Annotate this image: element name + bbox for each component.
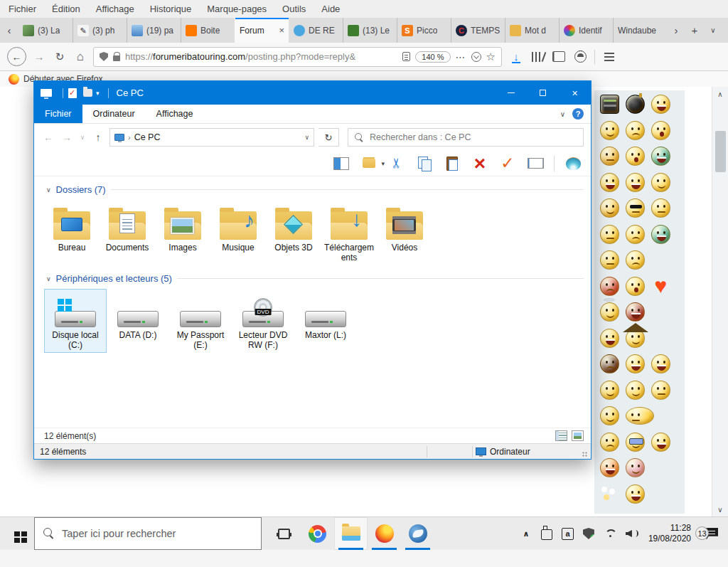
expand-ribbon-chevron-icon[interactable]: ∨: [560, 110, 565, 118]
smiley-bright-idea[interactable]: [626, 147, 645, 166]
thumbnails-view-icon[interactable]: [572, 430, 584, 441]
smiley-green-grin[interactable]: [651, 147, 670, 166]
smiley-pink-blush[interactable]: [626, 458, 645, 477]
drive-maxtor-l[interactable]: Maxtor (L:): [294, 289, 357, 344]
tab-mot-d[interactable]: Mot d: [505, 18, 559, 43]
tab-de-re[interactable]: DE RE: [289, 18, 343, 43]
paste-icon[interactable]: [443, 154, 461, 173]
smiley-heart-eyes[interactable]: [600, 458, 619, 477]
refresh-icon[interactable]: ↻: [318, 128, 339, 147]
scroll-down-icon[interactable]: ∨: [712, 502, 728, 516]
smiley-crazy-laugh[interactable]: [626, 173, 645, 192]
copy-icon[interactable]: [415, 154, 434, 173]
https-lock-icon[interactable]: [113, 55, 120, 61]
smiley-big-laugh[interactable]: [651, 95, 670, 114]
tab-3-la[interactable]: (3) La: [18, 18, 73, 43]
smiley-loud-crying[interactable]: [651, 225, 670, 244]
smiley-content[interactable]: [651, 173, 670, 192]
smiley-wide-eyed-grin[interactable]: [626, 354, 645, 373]
scroll-up-icon[interactable]: ∧: [712, 87, 728, 101]
library-icon[interactable]: [528, 48, 547, 66]
tab-picco[interactable]: SPicco: [397, 18, 451, 43]
tab-19-pa[interactable]: (19) pa: [127, 18, 181, 43]
rename-icon[interactable]: [526, 154, 545, 173]
ribbon-tab-affichage[interactable]: Affichage: [146, 105, 204, 123]
nav-forward-icon[interactable]: →: [60, 132, 74, 143]
smiley-shy-blush[interactable]: [600, 381, 619, 400]
drive-my-passport-e[interactable]: My Passport (E:): [169, 289, 232, 353]
tab-scroll-right-icon[interactable]: ›: [667, 18, 685, 43]
smiley-shy-grin[interactable]: [600, 329, 619, 348]
folder-bureau[interactable]: Bureau: [44, 200, 100, 256]
smiley-surprised[interactable]: [651, 121, 670, 140]
smiley-blushing[interactable]: [600, 198, 619, 218]
wifi-icon[interactable]: [604, 529, 616, 539]
security-shield-icon[interactable]: [583, 528, 594, 539]
app-menu-icon[interactable]: [600, 48, 619, 66]
smiley-flowers[interactable]: [600, 484, 619, 504]
menu-affichage[interactable]: Affichage: [96, 4, 134, 14]
validate-icon[interactable]: [498, 154, 517, 173]
action-center-button[interactable]: 13: [694, 517, 728, 550]
folder-documents[interactable]: Documents: [100, 200, 155, 256]
taskbar-clock[interactable]: 11:28 19/08/2020: [646, 523, 694, 544]
qat-properties-icon[interactable]: [68, 88, 77, 98]
smiley-worried[interactable]: [626, 225, 645, 244]
reader-view-icon[interactable]: [402, 52, 410, 61]
usb-device-icon[interactable]: [541, 529, 552, 540]
chevron-down-icon[interactable]: ∨: [46, 186, 51, 194]
ribbon-tab-ordinateur[interactable]: Ordinateur: [82, 105, 146, 123]
tab-scroll-left-icon[interactable]: ‹: [0, 18, 18, 43]
volume-icon[interactable]: [626, 529, 638, 539]
preview-pane-icon[interactable]: [332, 154, 350, 173]
folder-musique[interactable]: ♪Musique: [210, 200, 266, 256]
smiley-full-blush[interactable]: [626, 381, 645, 400]
menu-fichier[interactable]: Fichier: [9, 4, 36, 14]
section-header-peripheriques-et-lecteurs-5[interactable]: ∨Périphériques et lecteurs (5): [34, 265, 591, 289]
menu-marque-pages[interactable]: Marque-pages: [207, 4, 267, 14]
pocket-icon[interactable]: [471, 52, 481, 62]
nav-history-chevron-icon[interactable]: ∨: [78, 134, 87, 141]
tab-close-icon[interactable]: ×: [279, 25, 284, 36]
smiley-winking-angry[interactable]: [600, 250, 619, 270]
menu-aide[interactable]: Aide: [321, 4, 340, 14]
new-tab-button[interactable]: +: [685, 18, 704, 43]
page-actions-dots-icon[interactable]: ⋯: [456, 51, 466, 63]
section-header-dossiers-7[interactable]: ∨Dossiers (7): [34, 176, 591, 200]
folder-telechargements[interactable]: ↓Téléchargements: [321, 200, 377, 265]
smiley-angel[interactable]: [600, 302, 619, 322]
classic-shell-icon[interactable]: [564, 154, 582, 173]
smiley-heart[interactable]: [651, 277, 670, 296]
smiley-tongue-out[interactable]: [651, 433, 670, 452]
chrome-taskbar-button[interactable]: [301, 517, 334, 550]
menu-historique[interactable]: Historique: [150, 4, 192, 14]
close-button[interactable]: ×: [559, 81, 591, 105]
tab-13-le[interactable]: (13) Le: [343, 18, 397, 43]
tab-forum[interactable]: Forum×: [235, 18, 289, 43]
qat-new-folder-icon[interactable]: [83, 89, 92, 97]
drive-lecteur-dvd-rw-f[interactable]: DVDLecteur DVD RW (F:): [232, 289, 294, 353]
taskbar-search-box[interactable]: Taper ici pour rechercher: [34, 517, 262, 550]
details-view-icon[interactable]: [555, 430, 567, 441]
new-folder-icon[interactable]: [360, 154, 378, 173]
downloads-icon[interactable]: [507, 48, 525, 66]
language-a-icon[interactable]: a: [562, 528, 574, 540]
smiley-furious[interactable]: [600, 277, 619, 296]
thunderbird-taskbar-button[interactable]: [401, 517, 434, 550]
tab-boite[interactable]: Boite: [181, 18, 235, 43]
drive-data-d[interactable]: DATA (D:): [107, 289, 169, 344]
smiley-devil[interactable]: [626, 302, 645, 322]
smiley-prostrate[interactable]: [626, 407, 654, 425]
smiley-hammer-smiley[interactable]: [626, 484, 645, 504]
tab-identif[interactable]: Identif: [559, 18, 613, 43]
cut-icon[interactable]: [387, 154, 406, 173]
smiley-dark-angry[interactable]: [600, 354, 619, 373]
tab-3-ph[interactable]: ✎(3) ph: [73, 18, 127, 43]
smiley-crying[interactable]: [626, 121, 645, 140]
explorer-titlebar[interactable]: ▾ Ce PC ×: [34, 81, 591, 105]
smiley-ok-sign[interactable]: [600, 406, 619, 425]
smiley-tractor[interactable]: [600, 95, 619, 114]
drive-disque-local-c[interactable]: Disque local (C:): [44, 289, 107, 353]
url-bar[interactable]: https://forumeribatouring.com/posting.ph…: [93, 47, 502, 67]
smiley-unamused[interactable]: [600, 225, 619, 244]
